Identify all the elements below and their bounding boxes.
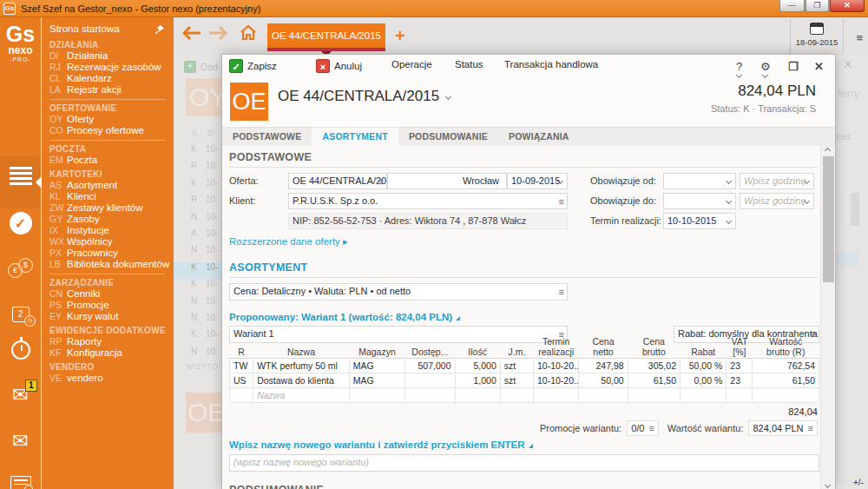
sidebar-item-px[interactable]: PXPracownicy bbox=[49, 248, 174, 259]
table-cell[interactable] bbox=[500, 388, 533, 403]
sidebar-item-gy[interactable]: GYZasoby bbox=[49, 214, 174, 225]
rozszerzone-dane-link[interactable]: Rozszerzone dane oferty ▸ bbox=[229, 235, 348, 248]
plus-minus-control[interactable]: +/- bbox=[853, 478, 864, 487]
termin-realizacji-select[interactable]: 10-10-2015 bbox=[663, 213, 736, 229]
table-cell[interactable]: 10-10-20... bbox=[534, 373, 579, 388]
dialog-close-button[interactable]: ✕ bbox=[814, 60, 824, 73]
table-cell[interactable] bbox=[230, 388, 253, 403]
offer-date-select[interactable]: 10-09-2015 bbox=[507, 173, 568, 189]
table-cell[interactable] bbox=[405, 373, 455, 388]
table-cell[interactable]: 10-10-20... bbox=[534, 359, 579, 373]
table-cell[interactable] bbox=[349, 388, 404, 403]
field-menu-icon[interactable]: ≡ bbox=[378, 175, 384, 189]
table-cell[interactable]: Dostawa do klienta bbox=[253, 373, 350, 388]
mail-icon[interactable]: ✉ bbox=[0, 433, 41, 450]
license-certificate-icon[interactable] bbox=[0, 476, 41, 489]
sidebar-item-em[interactable]: EMPoczta bbox=[49, 155, 174, 166]
table-column-header[interactable]: VAT [%] bbox=[727, 335, 753, 359]
table-row[interactable]: USDostawa do klientaMAG1,000szt10-10-20.… bbox=[230, 373, 819, 388]
table-column-header[interactable]: Cena brutto bbox=[628, 335, 680, 359]
do-time-select[interactable]: Wpisz godzinę bbox=[740, 193, 814, 209]
table-cell[interactable]: szt bbox=[500, 373, 533, 388]
inbox-mail-icon[interactable]: ✉1 bbox=[0, 387, 41, 404]
scrollbar-thumb[interactable] bbox=[823, 156, 834, 282]
sidebar-item-zw[interactable]: ZWZestawy klientów bbox=[49, 202, 174, 214]
sidebar-item-ey[interactable]: EYKursy walut bbox=[49, 311, 174, 322]
sidebar-item-wx[interactable]: WXWspólnicy bbox=[49, 236, 174, 248]
table-column-header[interactable]: Termin realizacji bbox=[534, 335, 579, 359]
promocje-value-field[interactable]: 0/0≡ bbox=[627, 420, 659, 436]
table-column-header[interactable]: Ilość bbox=[455, 335, 500, 359]
currency-coins-icon[interactable]: €$ bbox=[0, 263, 41, 278]
sidebar-item-la[interactable]: LARejestr akcji bbox=[49, 84, 174, 96]
status-menu[interactable]: Status bbox=[455, 59, 483, 69]
dialog-scrollbar[interactable] bbox=[820, 146, 835, 489]
help-button[interactable]: ? bbox=[736, 60, 742, 73]
table-column-header[interactable]: R bbox=[230, 335, 253, 359]
restore-button[interactable]: ❐ bbox=[806, 0, 829, 12]
tab-asortyment[interactable]: ASORTYMENT bbox=[312, 128, 398, 146]
table-cell[interactable] bbox=[455, 388, 500, 403]
table-cell[interactable]: 247,98 bbox=[579, 359, 628, 373]
modules-menu-icon[interactable] bbox=[0, 164, 41, 188]
field-menu-icon[interactable]: ≡ bbox=[648, 423, 654, 433]
oferta-number-field[interactable]: OE 44/CENTRALA/2015≡ bbox=[288, 173, 387, 189]
city-field[interactable]: Wrocław bbox=[387, 173, 507, 189]
table-cell[interactable]: 61,50 bbox=[753, 373, 819, 388]
tab-powiązania[interactable]: POWIĄZANIA bbox=[498, 128, 580, 146]
app-menu-icon[interactable]: ≡ bbox=[856, 31, 863, 44]
sidebar-item-ps[interactable]: PSPromocje bbox=[49, 300, 174, 311]
current-date-widget[interactable]: 18-09-2015 bbox=[790, 19, 844, 54]
cena-settings-bar[interactable]: Cena: Detaliczny • Waluta: PLN • od nett… bbox=[229, 283, 568, 301]
wartosc-wariantu-field[interactable]: 824,04 PLN≡ bbox=[748, 420, 818, 436]
table-cell[interactable]: 0,00 % bbox=[680, 373, 726, 388]
table-cell[interactable]: US bbox=[230, 373, 253, 388]
back-arrow-icon[interactable] bbox=[182, 26, 201, 40]
sidebar-item-kf[interactable]: KFKonfiguracja bbox=[49, 347, 174, 359]
table-cell[interactable]: 50,00 bbox=[579, 373, 628, 388]
pin-icon[interactable] bbox=[155, 24, 165, 35]
table-cell[interactable]: 507,000 bbox=[405, 359, 455, 373]
collapse-triangle-icon[interactable] bbox=[456, 316, 460, 320]
obowiazuje-do-select[interactable] bbox=[663, 193, 736, 209]
operacje-menu[interactable]: Operacje bbox=[391, 59, 432, 69]
table-cell[interactable] bbox=[727, 388, 753, 403]
table-cell[interactable]: MAG bbox=[349, 373, 404, 388]
document-tab[interactable]: OE 44/CENTRALA/2015 bbox=[267, 23, 385, 51]
table-cell[interactable] bbox=[405, 388, 455, 403]
sidebar-item-di[interactable]: DIDziałania bbox=[49, 50, 174, 62]
new-variant-input[interactable]: (wpisz nazwę nowego wariantu) bbox=[229, 454, 819, 472]
table-cell[interactable] bbox=[579, 388, 628, 403]
table-column-header[interactable]: Dostęp... bbox=[405, 335, 455, 359]
sidebar-item-lb[interactable]: LBBiblioteka dokumentów bbox=[49, 259, 174, 270]
new-variant-hint-link[interactable]: Wpisz nazwę nowego wariantu i zatwierdź … bbox=[229, 439, 533, 450]
transakcja-handlowa-menu[interactable]: Transakcja handlowa bbox=[504, 59, 598, 69]
table-cell[interactable]: 305,02 bbox=[628, 359, 680, 373]
table-cell[interactable]: 61,50 bbox=[628, 373, 680, 388]
table-cell[interactable] bbox=[534, 388, 579, 403]
table-cell[interactable]: 23 bbox=[727, 359, 753, 373]
sidebar-item-oy[interactable]: OYOferty bbox=[49, 114, 174, 125]
table-column-header[interactable]: J.m. bbox=[500, 335, 533, 359]
new-tab-button[interactable]: + bbox=[395, 26, 405, 45]
sidebar-item-ix[interactable]: IXInstytucje bbox=[49, 225, 174, 236]
od-time-select[interactable]: Wpisz godzinę bbox=[740, 173, 814, 189]
klient-field[interactable]: P.R.U.S.K. Sp.z o.o.≡ bbox=[288, 193, 568, 209]
sidebar-item-kl[interactable]: KLKlienci bbox=[49, 191, 174, 202]
table-cell[interactable] bbox=[628, 388, 680, 403]
table-cell[interactable]: 1,000 bbox=[455, 373, 500, 388]
table-row[interactable]: TWWTK perfumy 50 mlMAG507,0005,000szt10-… bbox=[230, 359, 819, 373]
table-column-header[interactable]: Magazyn bbox=[349, 335, 404, 359]
cancel-button[interactable]: × Anuluj bbox=[316, 59, 362, 73]
tab-podstawowe[interactable]: PODSTAWOWE bbox=[222, 128, 312, 146]
sidebar-item-as[interactable]: ASAsortyment bbox=[49, 180, 174, 191]
sidebar-item-rj[interactable]: RJRezerwacje zasobów bbox=[49, 62, 174, 73]
sidebar-item-co[interactable]: COProcesy ofertowe bbox=[49, 125, 174, 136]
sidebar-item-cl[interactable]: CLKalendarz bbox=[49, 73, 174, 84]
table-cell[interactable] bbox=[680, 388, 726, 403]
sidebar-item-ve[interactable]: VEvendero bbox=[49, 373, 174, 384]
home-icon[interactable] bbox=[240, 24, 257, 41]
scroll-down-icon[interactable] bbox=[825, 482, 831, 488]
table-cell[interactable]: 762,54 bbox=[753, 359, 819, 373]
forward-arrow-icon[interactable] bbox=[208, 26, 227, 40]
